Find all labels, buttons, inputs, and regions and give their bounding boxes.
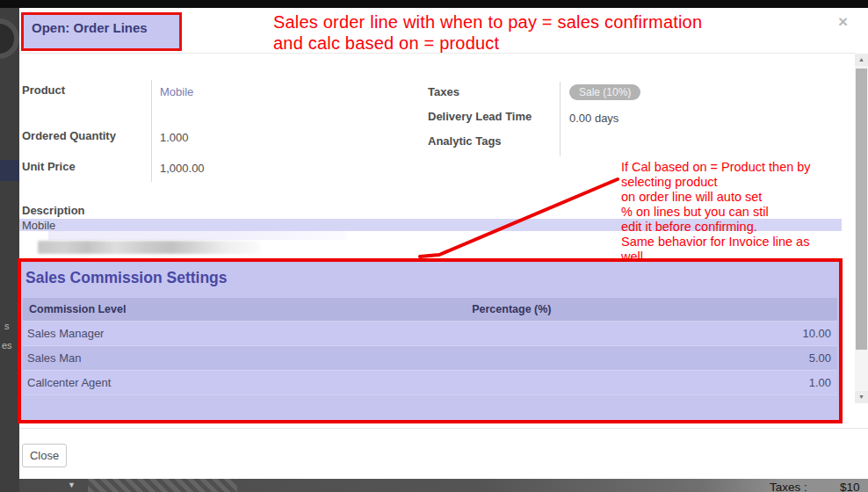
column-percentage[interactable]: Percentage (%) [467, 298, 837, 321]
sidebar-text-fragment: s [4, 321, 10, 331]
description-label: Description [22, 204, 85, 217]
field-product-value[interactable]: Mobile [160, 85, 193, 98]
redacted-text-block [38, 241, 260, 254]
modal-title-highlight: Open: Order Lines [21, 12, 182, 51]
sales-commission-title: Sales Commission Settings [25, 269, 228, 287]
commission-table-row[interactable]: Sales Man 5.00 [23, 345, 837, 370]
close-icon[interactable]: × [838, 13, 848, 31]
commission-table-row[interactable]: Callcenter Agent 1.00 [23, 370, 837, 394]
header-divider [19, 53, 855, 54]
scroll-up-icon[interactable]: ▲ [855, 54, 868, 66]
commission-table-header-row: Commission Level Percentage (%) [23, 298, 837, 321]
field-unit-price-value: 1,000.00 [160, 162, 205, 175]
field-taxes-label: Taxes [428, 85, 459, 98]
column-commission-level[interactable]: Commission Level [23, 298, 467, 321]
commission-table: Commission Level Percentage (%) Sales Ma… [23, 298, 837, 395]
side-annotation: If Cal based on = Product then byselecti… [621, 160, 867, 264]
top-edge-bar [0, 0, 868, 8]
tax-badge[interactable]: Sale (10%) [569, 84, 640, 100]
commission-level-cell[interactable]: Sales Manager [23, 321, 467, 345]
commission-level-cell[interactable]: Callcenter Agent [23, 370, 467, 394]
background-taxes-value: $10 [840, 481, 860, 492]
side-annotation-line: on order line will auto set [621, 190, 867, 205]
screen: s es Open: Order Lines Sales order line … [0, 0, 868, 492]
sidebar-text-fragment: es [2, 340, 12, 351]
annotation-heading-line1: Sales order line with when to pay = sale… [273, 11, 835, 33]
commission-table-row[interactable]: Sales Manager 10.00 [23, 321, 837, 345]
field-separator [151, 80, 152, 182]
percentage-cell[interactable]: 1.00 [467, 370, 837, 394]
side-annotation-line: If Cal based on = Product then by [621, 160, 867, 175]
app-logo-icon [0, 18, 19, 59]
percentage-cell[interactable]: 5.00 [467, 345, 837, 370]
field-unit-price-label: Unit Price [22, 160, 76, 173]
field-delivery-lead-time-label: Delivery Lead Time [428, 110, 532, 123]
side-annotation-line: edit it before confirming. [621, 220, 867, 235]
background-taxes-label: Taxes : [770, 481, 807, 492]
caret-down-icon[interactable]: ▼ [68, 481, 76, 489]
commission-level-cell[interactable]: Sales Man [23, 345, 467, 370]
sales-commission-section: Sales Commission Settings Commission Lev… [18, 258, 843, 423]
footer-divider [19, 428, 868, 429]
field-separator [560, 82, 561, 156]
description-highlight-partial [48, 231, 347, 240]
close-button[interactable]: Close [22, 444, 67, 467]
side-annotation-line: % on lines but you can stil [621, 205, 867, 220]
field-delivery-lead-time-value: 0.00 days [569, 112, 618, 125]
field-analytic-tags-label: Analytic Tags [428, 134, 502, 148]
background-hatched-area [88, 479, 237, 492]
sidebar-active-band [0, 160, 19, 181]
side-annotation-line: Same behavior for Invoice line as [621, 235, 867, 250]
modal-title: Open: Order Lines [32, 20, 148, 35]
percentage-cell[interactable]: 10.00 [467, 321, 837, 345]
field-ordered-quantity-value: 1.000 [160, 131, 189, 144]
field-product-label: Product [22, 83, 65, 97]
annotation-heading-line2: and calc based on = product [273, 33, 835, 54]
annotation-heading: Sales order line with when to pay = sale… [273, 11, 835, 54]
scroll-down-icon[interactable]: ▼ [855, 391, 868, 403]
background-page-strip: ▼ Taxes : $10 [19, 479, 868, 492]
side-annotation-line: selecting product [621, 175, 867, 190]
background-sidebar: s es [0, 8, 19, 492]
description-text: Mobile [22, 219, 55, 232]
field-ordered-quantity-label: Ordered Quantity [22, 129, 116, 142]
